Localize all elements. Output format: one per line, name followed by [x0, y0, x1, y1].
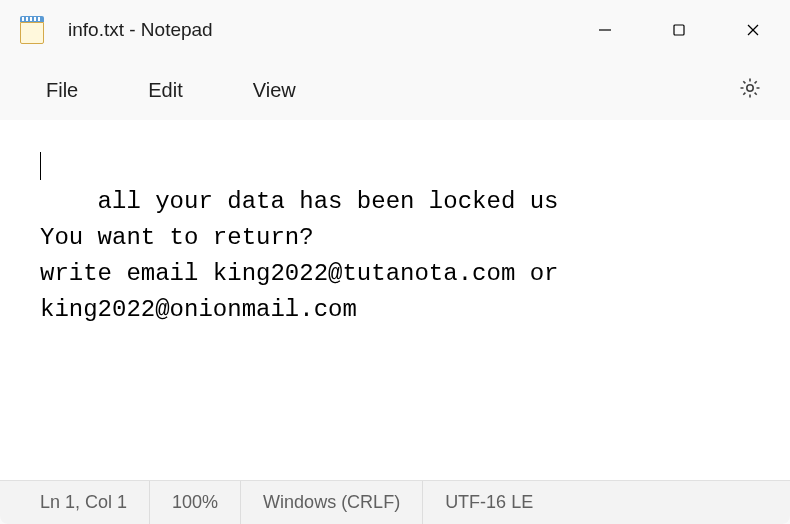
- status-line-ending[interactable]: Windows (CRLF): [241, 481, 423, 524]
- status-zoom[interactable]: 100%: [150, 481, 241, 524]
- menubar: File Edit View: [0, 60, 790, 120]
- menu-edit[interactable]: Edit: [132, 71, 198, 110]
- menu-view[interactable]: View: [237, 71, 312, 110]
- window-controls: [568, 0, 790, 60]
- statusbar: Ln 1, Col 1 100% Windows (CRLF) UTF-16 L…: [0, 480, 790, 524]
- status-position[interactable]: Ln 1, Col 1: [0, 481, 150, 524]
- close-button[interactable]: [716, 0, 790, 60]
- minimize-button[interactable]: [568, 0, 642, 60]
- text-caret: [40, 152, 41, 180]
- window-title: info.txt - Notepad: [68, 19, 568, 41]
- svg-point-4: [747, 85, 753, 91]
- menu-file[interactable]: File: [30, 71, 94, 110]
- maximize-button[interactable]: [642, 0, 716, 60]
- svg-rect-1: [674, 25, 684, 35]
- text-editor[interactable]: all your data has been locked us You wan…: [0, 120, 790, 480]
- notepad-icon: [20, 16, 44, 44]
- titlebar[interactable]: info.txt - Notepad: [0, 0, 790, 60]
- status-encoding[interactable]: UTF-16 LE: [423, 481, 555, 524]
- notepad-window: info.txt - Notepad File Edit View all yo…: [0, 0, 790, 524]
- document-text: all your data has been locked us You wan…: [40, 188, 573, 323]
- settings-button[interactable]: [730, 68, 770, 112]
